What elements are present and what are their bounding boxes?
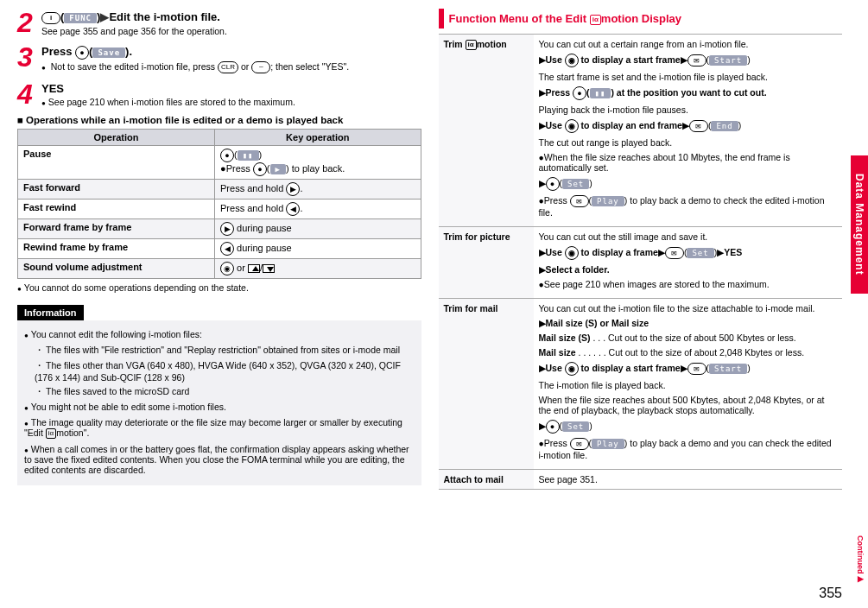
menu-item-trim-mail: Trim for mail <box>439 299 534 470</box>
table-row: Trim for picture You can cut out the sti… <box>439 227 843 299</box>
set-softkey: Set <box>562 421 589 432</box>
info-bullet: You might not be able to edit some i-mot… <box>24 402 415 412</box>
table-row: Rewind frame by frame ◀ during pause <box>18 238 421 258</box>
table-row: Attach to mail See page 351. <box>439 470 843 490</box>
step-4-bullet: See page 210 when i-motion files are sto… <box>41 97 421 107</box>
mail-key-icon: ✉ <box>665 247 684 259</box>
center-key-icon: ● <box>75 46 89 60</box>
step-4-title: YES <box>41 82 421 95</box>
step-number-3: 3 <box>17 43 41 71</box>
step-2-note: See page 355 and page 356 for the operat… <box>41 26 421 36</box>
info-sub: The files other than VGA (640 x 480), HV… <box>35 360 415 383</box>
end-softkey: End <box>711 121 738 131</box>
right-key-icon: ▶ <box>220 222 234 236</box>
left-key-icon: ◀ <box>220 242 234 256</box>
center-key-icon: ● <box>220 149 234 162</box>
center-key-icon: ● <box>573 86 586 100</box>
info-sub: The files saved to the microSD card <box>35 386 415 398</box>
updown-key-icon: ◉ <box>220 262 234 276</box>
step-2-title: i(FUNC)▶Edit the i-motion file. <box>41 10 421 24</box>
information-box: You cannot edit the following i-motion f… <box>17 320 421 485</box>
right-key-icon: ▶ <box>286 182 300 196</box>
step-2: 2 i(FUNC)▶Edit the i-motion file. See pa… <box>17 9 421 36</box>
menu-item-trim-picture: Trim for picture <box>439 227 534 299</box>
func-softkey: FUNC <box>64 13 97 23</box>
imotion-icon: iα <box>466 40 477 50</box>
function-menu-table: Trim iαmotion You can cut out a certain … <box>439 34 843 490</box>
center-key-icon: ● <box>253 162 267 176</box>
table-row: Fast rewind Press and hold ◀. <box>18 199 421 218</box>
information-header: Information <box>17 305 84 320</box>
info-bullet: The image quality may deteriorate or the… <box>24 417 415 439</box>
op-header-operation: Operation <box>18 129 215 145</box>
imotion-icon: iα <box>46 428 56 439</box>
info-bullet: You cannot edit the following i-motion f… <box>24 329 415 339</box>
right-column: Function Menu of the Edit iαmotion Displ… <box>439 9 843 490</box>
function-menu-header: Function Menu of the Edit iαmotion Displ… <box>439 9 843 28</box>
left-key-icon: ◀ <box>286 202 300 216</box>
clr-key-icon: CLR <box>218 61 238 73</box>
step-4: 4 YES See page 210 when i-motion files a… <box>17 80 421 108</box>
step-3-title: Press ●(Save). <box>41 45 421 60</box>
play-softkey: Play <box>592 439 624 449</box>
step-3: 3 Press ●(Save). Not to save the edited … <box>17 43 421 73</box>
operations-title: Operations while an i-motion file is edi… <box>17 115 421 125</box>
table-row: Sound volume adjustment ◉ or / <box>18 258 421 278</box>
left-column: 2 i(FUNC)▶Edit the i-motion file. See pa… <box>17 9 421 490</box>
mail-key-icon: ✉ <box>570 195 589 207</box>
menu-item-attach-mail: Attach to mail <box>439 470 534 490</box>
table-row: Trim for mail You can cut out the i-moti… <box>439 299 843 470</box>
start-softkey: Start <box>709 55 747 66</box>
side-tab: Data Management <box>851 155 868 294</box>
step-number-2: 2 <box>17 9 41 36</box>
mail-key-icon: ✉ <box>689 120 708 132</box>
page-number: 355 <box>819 586 842 601</box>
nav-key-icon: ◉ <box>565 246 579 260</box>
pause-softkey: ▮▮ <box>590 88 611 98</box>
nav-key-icon: ◉ <box>565 362 579 376</box>
start-softkey: Start <box>709 364 747 374</box>
table-row: Pause ●(▮▮) ●Press ●(▶) to play back. <box>18 145 421 179</box>
menu-key-icon: i <box>41 12 60 24</box>
nav-key-icon: ◉ <box>565 119 579 133</box>
mail-key-icon: ✉ <box>570 438 589 450</box>
table-row: Forward frame by frame ▶ during pause <box>18 218 421 238</box>
info-bullet: When a call comes in or the battery goes… <box>24 444 415 475</box>
pause-softkey: ▮▮ <box>238 150 259 161</box>
continued-indicator: Continued▶ <box>856 535 865 583</box>
mail-key-icon: ✉ <box>687 54 706 66</box>
end-key-icon: ⏤ <box>251 61 270 73</box>
menu-item-trim-motion: Trim iαmotion <box>439 35 534 227</box>
operations-table: Operation Key operation Pause ●(▮▮) ●Pre… <box>17 129 421 279</box>
step-number-4: 4 <box>17 80 41 108</box>
down-key-icon <box>263 264 275 273</box>
under-table-note: You cannot do some operations depending … <box>17 282 421 293</box>
table-row: Trim iαmotion You can cut out a certain … <box>439 35 843 227</box>
mail-key-icon: ✉ <box>687 363 706 375</box>
play-softkey: ▶ <box>270 164 286 174</box>
center-key-icon: ● <box>546 420 560 434</box>
table-row: Fast forward Press and hold ▶. <box>18 179 421 199</box>
step-3-bullet: Not to save the edited i-motion file, pr… <box>41 61 421 73</box>
play-softkey: Play <box>592 196 624 206</box>
imotion-icon: iα <box>590 15 601 25</box>
up-key-icon <box>248 264 260 273</box>
set-softkey: Set <box>562 179 589 189</box>
info-sub: The files with "File restriction" and "R… <box>35 345 415 357</box>
center-key-icon: ● <box>546 177 560 191</box>
nav-key-icon: ◉ <box>565 54 579 67</box>
set-softkey: Set <box>687 248 713 258</box>
op-header-key: Key operation <box>215 129 421 145</box>
save-softkey: Save <box>92 48 125 58</box>
